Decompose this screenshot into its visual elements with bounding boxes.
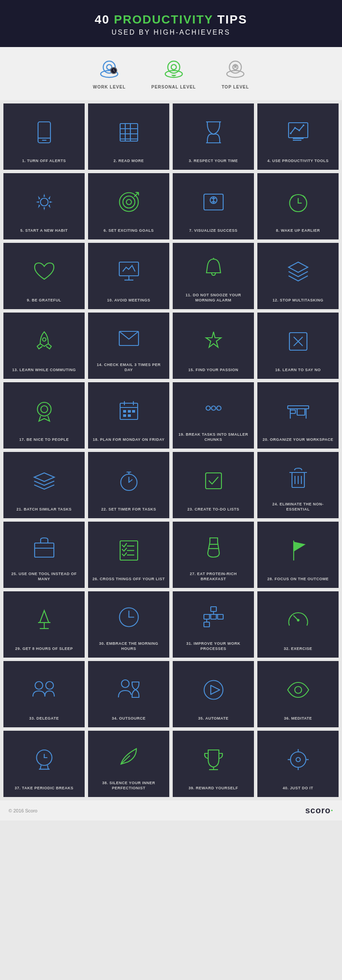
- tile-27[interactable]: 27. EAT PROTEIN-RICH BREAKFAST: [173, 522, 254, 588]
- svg-line-80: [129, 480, 132, 482]
- tile-4[interactable]: 4. USE PRODUCTIVITY TOOLS: [257, 103, 339, 170]
- svg-rect-89: [35, 543, 54, 557]
- svg-rect-75: [297, 409, 305, 415]
- legend-top-label: TOP LEVEL: [221, 85, 249, 89]
- tile-12[interactable]: 12. STOP MULTITASKING: [257, 243, 339, 309]
- tile-10[interactable]: 10. AVOID MEETINGS: [88, 243, 169, 309]
- svg-marker-77: [34, 473, 54, 481]
- tile-label-32: 32. EXERCISE: [284, 646, 313, 652]
- tile-23[interactable]: 23. CREATE TO-DO LISTS: [173, 452, 254, 518]
- legend-work-label: WORK LEVEL: [93, 85, 126, 89]
- tile-label-17: 17. BE NICE TO PEOPLE: [19, 437, 69, 443]
- tile-20[interactable]: 20. ORGANIZE YOUR WORKSPACE: [257, 382, 339, 449]
- tile-21[interactable]: 21. BATCH SIMILAR TASKS: [3, 452, 85, 518]
- tile-28[interactable]: 28. FOCUS ON THE OUTCOME: [257, 522, 339, 588]
- svg-line-122: [47, 765, 48, 769]
- tile-14[interactable]: 14. CHECK EMAIL 3 TIMES PER DAY: [88, 313, 169, 379]
- tile-1[interactable]: 1. TURN OFF ALERTS: [3, 103, 85, 170]
- tile-icon-34: [115, 669, 143, 711]
- tile-icon-14: [115, 320, 143, 357]
- tile-icon-2: [115, 111, 143, 153]
- tile-22[interactable]: 22. SET TIMER FOR TASKS: [88, 452, 169, 518]
- legend-item-top: TOP LEVEL: [221, 58, 249, 89]
- tile-37[interactable]: 37. TAKE PERIODIC BREAKS: [3, 731, 85, 797]
- tile-label-13: 13. LEARN WHILE COMMUTING: [12, 367, 76, 373]
- tile-icon-33: [30, 669, 58, 711]
- svg-rect-107: [204, 614, 209, 619]
- tile-icon-20: [284, 390, 312, 432]
- tile-39[interactable]: 39. REWARD YOURSELF: [173, 731, 254, 797]
- tile-6[interactable]: 6. SET EXCITING GOALS: [88, 173, 169, 239]
- svg-marker-11: [233, 64, 238, 68]
- svg-point-26: [298, 130, 300, 131]
- svg-point-130: [296, 757, 300, 762]
- svg-rect-108: [211, 614, 216, 619]
- tile-label-30: 30. EMBRACE THE MORNING HOURS: [92, 641, 165, 652]
- tile-16[interactable]: 16. LEARN TO SAY NO: [257, 313, 339, 379]
- tile-label-3: 3. RESPECT YOUR TIME: [189, 158, 238, 164]
- svg-rect-12: [38, 122, 50, 143]
- tile-label-4: 4. USE PRODUCTIVITY TOOLS: [267, 158, 329, 164]
- svg-rect-83: [206, 473, 221, 489]
- tile-label-1: 1. TURN OFF ALERTS: [22, 158, 66, 164]
- personal-level-icon: [162, 58, 186, 81]
- tile-label-8: 8. WAKE UP EARLIER: [276, 228, 320, 233]
- tile-15[interactable]: 15. FIND YOUR PASSION: [173, 313, 254, 379]
- tile-19[interactable]: 19. BREAK TASKS INTO SMALLER CHUNKS: [173, 382, 254, 449]
- tile-icon-22: [115, 460, 143, 502]
- svg-point-30: [40, 198, 48, 206]
- tile-24[interactable]: 24. ELIMINATE THE NON-ESSENTIAL: [257, 452, 339, 518]
- tile-36[interactable]: 36. MEDITATE: [257, 661, 339, 727]
- footer: © 2016 Scoro scoro·: [0, 800, 342, 821]
- tile-icon-24: [284, 460, 312, 496]
- tile-icon-6: [115, 181, 143, 223]
- tile-label-11: 11. DO NOT SNOOZE YOUR MORNING ALARM: [177, 292, 250, 303]
- tile-40[interactable]: 40. JUST DO IT: [257, 731, 339, 797]
- svg-rect-67: [123, 414, 126, 417]
- tile-label-12: 12. STOP MULTITASKING: [273, 298, 324, 303]
- tile-32[interactable]: 32. EXERCISE: [257, 591, 339, 658]
- tile-35[interactable]: 35. AUTOMATE: [173, 661, 254, 727]
- tile-icon-8: [284, 181, 312, 223]
- tile-icon-3: [200, 111, 227, 153]
- svg-marker-118: [211, 685, 220, 694]
- svg-rect-111: [204, 622, 209, 627]
- tile-label-15: 15. FIND YOUR PASSION: [188, 367, 238, 373]
- svg-rect-104: [211, 607, 216, 611]
- tile-38[interactable]: 38. SILENCE YOUR INNER PERFECTIONIST: [88, 731, 169, 797]
- header-title-part2: TIPS: [213, 13, 247, 26]
- tile-11[interactable]: 11. DO NOT SNOOZE YOUR MORNING ALARM: [173, 243, 254, 309]
- footer-logo-dot: ·: [330, 806, 333, 815]
- tile-5[interactable]: 5. START A NEW HABIT: [3, 173, 85, 239]
- tile-25[interactable]: 25. USE ONE TOOL INSTEAD OF MANY: [3, 522, 85, 588]
- tile-31[interactable]: 31. IMPROVE YOUR WORK PROCESSES: [173, 591, 254, 658]
- tile-3[interactable]: 3. RESPECT YOUR TIME: [173, 103, 254, 170]
- svg-rect-65: [128, 410, 131, 413]
- legend-item-work: WORK LEVEL: [93, 58, 126, 89]
- tile-33[interactable]: 33. DELEGATE: [3, 661, 85, 727]
- tile-8[interactable]: 8. WAKE UP EARLIER: [257, 173, 339, 239]
- svg-point-33: [126, 199, 131, 204]
- svg-point-59: [41, 406, 47, 413]
- tile-label-22: 22. SET TIMER FOR TASKS: [101, 507, 156, 512]
- svg-rect-66: [132, 410, 135, 413]
- tile-icon-5: [30, 181, 58, 223]
- tile-30[interactable]: 30. EMBRACE THE MORNING HOURS: [88, 591, 169, 658]
- svg-point-69: [206, 406, 210, 410]
- tile-34[interactable]: 34. OUTSOURCE: [88, 661, 169, 727]
- tile-13[interactable]: 13. LEARN WHILE COMMUTING: [3, 313, 85, 379]
- tile-18[interactable]: 18. PLAN FOR MONDAY ON FRIDAY: [88, 382, 169, 449]
- tile-7[interactable]: 7. VISUALIZE SUCCESS: [173, 173, 254, 239]
- tile-17[interactable]: 17. BE NICE TO PEOPLE: [3, 382, 85, 449]
- tile-29[interactable]: 29. GET 8 HOURS OF SLEEP: [3, 591, 85, 658]
- tile-9[interactable]: 9. BE GRATEFUL: [3, 243, 85, 309]
- svg-point-6: [171, 65, 176, 70]
- tile-label-36: 36. MEDITATE: [284, 716, 312, 721]
- tile-26[interactable]: 26. CROSS THINGS OFF YOUR LIST: [88, 522, 169, 588]
- tile-2[interactable]: 2. READ MORE: [88, 103, 169, 170]
- work-level-icon: [97, 58, 121, 81]
- tile-label-34: 34. OUTSOURCE: [112, 716, 145, 721]
- svg-point-27: [303, 124, 304, 126]
- footer-copyright: © 2016 Scoro: [9, 808, 37, 813]
- svg-point-114: [35, 682, 43, 689]
